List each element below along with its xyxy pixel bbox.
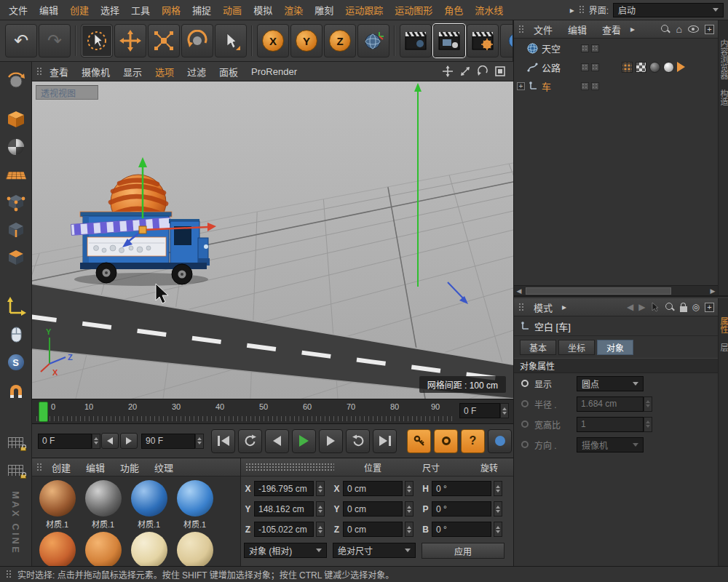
tab-content-browser[interactable]: 内容浏览器 bbox=[718, 39, 728, 79]
eye-icon[interactable] bbox=[688, 25, 699, 33]
home-icon[interactable]: ⌂ bbox=[676, 23, 682, 35]
vp-menu-display[interactable]: 显示 bbox=[117, 65, 148, 79]
vp-menu-camera[interactable]: 摄像机 bbox=[76, 65, 116, 79]
render-queue-button[interactable] bbox=[467, 24, 499, 57]
stepper[interactable] bbox=[405, 501, 414, 517]
add-panel-icon[interactable]: + bbox=[705, 303, 714, 312]
position-x-field[interactable]: -196.795 cm bbox=[254, 481, 314, 496]
workplane-mode-button[interactable] bbox=[2, 161, 30, 188]
selection-tag-icon[interactable] bbox=[677, 62, 685, 72]
workplane-snap-button[interactable] bbox=[2, 456, 30, 484]
pan-view-icon[interactable] bbox=[442, 65, 454, 77]
rotate-view-icon[interactable] bbox=[477, 65, 488, 77]
om-grip-icon[interactable] bbox=[518, 25, 524, 34]
lock-icon[interactable] bbox=[680, 306, 687, 312]
goto-start-button[interactable] bbox=[211, 429, 235, 453]
chevron-right-icon[interactable]: ▸ bbox=[570, 5, 574, 15]
aspect-ratio-field[interactable]: 1 bbox=[577, 417, 644, 432]
scrollbar-thumb[interactable] bbox=[526, 287, 671, 295]
material-item[interactable]: 材质.1 bbox=[174, 480, 215, 527]
zoom-view-icon[interactable] bbox=[459, 65, 471, 77]
object-row-car[interactable]: + 车 bbox=[514, 76, 718, 95]
menu-motion-tracker[interactable]: 运动跟踪 bbox=[339, 3, 389, 17]
layer-chip-icon[interactable] bbox=[591, 44, 599, 52]
range-prev-button[interactable] bbox=[101, 433, 119, 449]
end-frame-field[interactable]: 90 F bbox=[141, 434, 195, 449]
material-tag-light-icon[interactable] bbox=[663, 62, 674, 73]
size-x-field[interactable]: 0 cm bbox=[343, 481, 403, 496]
layer-chip-icon[interactable] bbox=[581, 82, 589, 90]
material-item[interactable] bbox=[82, 532, 124, 566]
om-horizontal-scrollbar[interactable]: ◀ ▶ bbox=[514, 285, 718, 295]
polygons-mode-button[interactable] bbox=[2, 244, 30, 271]
size-mode-select[interactable]: 绝对尺寸 bbox=[333, 543, 416, 558]
material-item[interactable] bbox=[174, 532, 215, 566]
texture-mode-button[interactable] bbox=[2, 133, 30, 161]
object-properties-section[interactable]: 对象属性 bbox=[514, 358, 728, 373]
vp-menu-view[interactable]: 查看 bbox=[44, 65, 74, 79]
stepper[interactable] bbox=[494, 481, 502, 496]
mat-menu-create[interactable]: 创建 bbox=[46, 461, 76, 474]
stepper[interactable] bbox=[494, 522, 502, 537]
layer-chip-icon[interactable] bbox=[591, 82, 599, 90]
menu-mograph[interactable]: 运动图形 bbox=[389, 3, 438, 17]
help-button[interactable]: ? bbox=[461, 429, 485, 453]
stepper[interactable] bbox=[405, 522, 414, 537]
render-extra-button[interactable] bbox=[500, 24, 513, 57]
stepper[interactable] bbox=[316, 501, 325, 517]
om-menu-view[interactable]: 查看 bbox=[596, 23, 627, 36]
history-back-icon[interactable]: ◀ bbox=[627, 302, 633, 312]
menu-simulate[interactable]: 模拟 bbox=[248, 3, 278, 17]
tab-attributes[interactable]: 属性 bbox=[718, 317, 728, 333]
material-panel-grip-icon[interactable] bbox=[36, 463, 42, 472]
search-icon[interactable] bbox=[660, 24, 670, 34]
menu-edit[interactable]: 编辑 bbox=[33, 3, 64, 17]
lock-y-axis-button[interactable]: Y bbox=[290, 24, 323, 57]
orientation-select[interactable]: 摄像机 bbox=[577, 437, 644, 453]
vp-menu-filter[interactable]: 过滤 bbox=[181, 65, 212, 79]
display-select[interactable]: 圆点 bbox=[577, 376, 644, 391]
expand-icon[interactable]: + bbox=[517, 82, 525, 90]
menu-select[interactable]: 选择 bbox=[95, 3, 125, 17]
play-button[interactable] bbox=[292, 429, 316, 453]
tab-basic[interactable]: 基本 bbox=[520, 340, 556, 355]
rotate-tool-button[interactable] bbox=[181, 24, 213, 57]
menu-character[interactable]: 角色 bbox=[438, 3, 469, 17]
menu-render[interactable]: 渲染 bbox=[278, 3, 309, 17]
coordinate-mode-select[interactable]: 对象 (相对) bbox=[244, 543, 327, 558]
viewport-name-field[interactable]: 透视视图 bbox=[36, 85, 98, 100]
goto-end-button[interactable] bbox=[373, 429, 397, 453]
tab-structure[interactable]: 构造 bbox=[718, 89, 728, 105]
radius-field[interactable]: 1.684 cm bbox=[577, 396, 644, 412]
layer-chip-icon[interactable] bbox=[581, 44, 589, 52]
perspective-viewport[interactable]: Y Z X 透视视图 网格间距 : 100 cm bbox=[32, 81, 513, 399]
tab-object[interactable]: 对象 bbox=[597, 340, 633, 355]
mat-menu-texture[interactable]: 纹理 bbox=[149, 461, 179, 474]
menu-tools[interactable]: 工具 bbox=[125, 3, 156, 17]
scroll-left-icon[interactable]: ◀ bbox=[514, 287, 524, 295]
prev-frame-button[interactable] bbox=[265, 429, 289, 453]
points-mode-button[interactable] bbox=[2, 188, 30, 216]
rotation-p-field[interactable]: 0 ° bbox=[432, 501, 491, 517]
stepper[interactable] bbox=[644, 396, 652, 412]
current-frame-field[interactable]: 0 F bbox=[459, 403, 500, 418]
material-item[interactable]: 材质.1 bbox=[36, 480, 78, 527]
vp-menu-options[interactable]: 选项 bbox=[149, 65, 180, 79]
record-keyframe-button[interactable] bbox=[407, 429, 431, 453]
render-settings-button[interactable] bbox=[433, 24, 465, 57]
menu-create[interactable]: 创建 bbox=[64, 3, 95, 17]
vp-menu-panel[interactable]: 面板 bbox=[213, 65, 244, 79]
stepper[interactable] bbox=[316, 481, 325, 496]
stepper[interactable] bbox=[316, 522, 325, 537]
timeline-playhead[interactable] bbox=[39, 402, 48, 422]
keyframe-dot-icon[interactable] bbox=[521, 441, 529, 448]
model-mode-button[interactable] bbox=[2, 105, 30, 133]
chevron-right-icon[interactable]: ▸ bbox=[562, 302, 566, 312]
enable-axis-button[interactable] bbox=[2, 293, 30, 321]
menu-mesh[interactable]: 网格 bbox=[156, 3, 186, 17]
maximize-view-icon[interactable] bbox=[494, 65, 506, 77]
redo-button[interactable]: ↷ bbox=[39, 24, 71, 57]
menu-pipeline[interactable]: 流水线 bbox=[469, 3, 509, 17]
start-frame-stepper[interactable] bbox=[92, 434, 100, 449]
keyframe-dot-icon[interactable] bbox=[521, 380, 529, 387]
